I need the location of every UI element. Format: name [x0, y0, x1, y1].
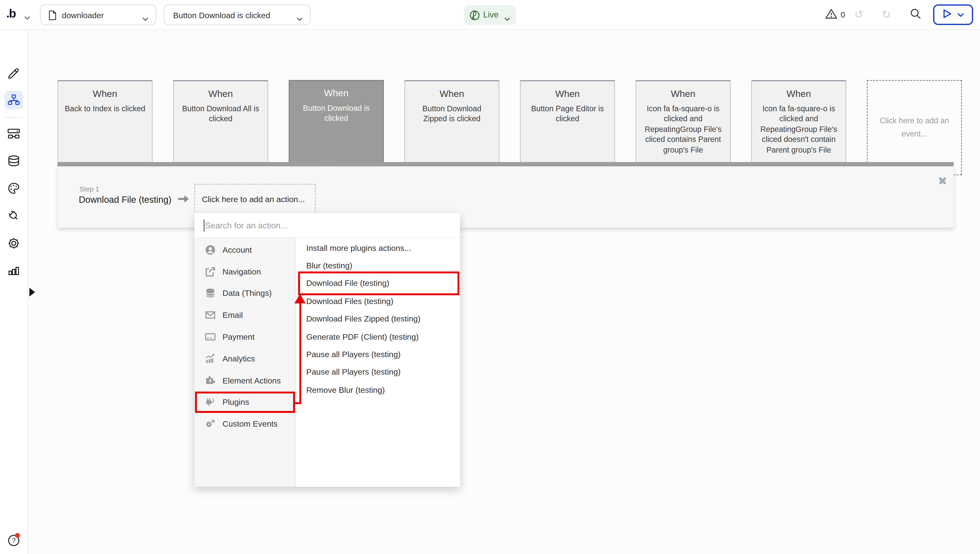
category-label: Account [223, 245, 252, 254]
step-number: Step 1 [80, 185, 99, 192]
category-custom-events[interactable]: Custom Events [194, 413, 295, 435]
issues-indicator[interactable]: 0 [825, 0, 845, 29]
chevron-down-icon [957, 9, 964, 21]
environment-selector[interactable]: Live [464, 5, 516, 25]
category-payment[interactable]: Payment [194, 326, 295, 348]
workflow-icon [7, 98, 21, 109]
add-event-label: Click here to add an event... [867, 114, 961, 141]
event-card[interactable]: When Back to Index is clicked [57, 80, 153, 175]
globe-icon [469, 10, 480, 23]
payment-icon [205, 332, 216, 342]
sidebar-item-styles[interactable] [7, 181, 21, 195]
event-card-title: When [290, 88, 383, 98]
plug-icon [7, 214, 21, 225]
play-icon [942, 8, 951, 21]
chevron-down-icon [142, 13, 149, 24]
event-card-body: Button Download is clicked [290, 103, 383, 124]
arrow-right-icon [177, 194, 191, 206]
warning-icon [825, 8, 838, 22]
event-card-body: Icon fa fa-square-o is clicked and Repea… [752, 104, 845, 155]
workflow-selector[interactable]: Button Download is clicked [164, 4, 310, 25]
event-card[interactable]: When Button Download All is clicked [173, 80, 268, 175]
category-element-actions[interactable]: Element Actions [194, 370, 295, 391]
pencil-icon [7, 71, 21, 82]
category-account[interactable]: Account [194, 239, 295, 261]
event-card-title: When [58, 88, 152, 99]
add-event-button[interactable]: Click here to add an event... [867, 80, 962, 175]
category-analytics[interactable]: Analytics [194, 348, 295, 370]
sidebar-item-data[interactable] [7, 155, 21, 168]
action-pause-all-players[interactable]: Pause all Players (testing) [296, 346, 460, 363]
action-search[interactable] [194, 213, 460, 238]
event-card[interactable]: When Button Page Editor is clicked [520, 80, 615, 175]
category-label: Analytics [223, 354, 255, 363]
palette-icon [7, 187, 21, 197]
action-search-input[interactable] [194, 213, 460, 237]
event-card-title: When [405, 88, 499, 99]
action-pause-all-players-2[interactable]: Pause all Players (testing) [296, 363, 460, 381]
notification-dot [15, 533, 20, 538]
undo-button[interactable]: ↺ [854, 0, 863, 29]
server-icon [7, 132, 21, 142]
issues-count: 0 [841, 10, 845, 19]
sidebar-item-workflow[interactable] [7, 93, 21, 107]
search-icon [910, 8, 921, 22]
preview-button[interactable] [933, 4, 973, 25]
bubble-logo[interactable]: .b [6, 7, 16, 21]
category-label: Payment [223, 332, 255, 342]
sidebar-item-design[interactable] [7, 66, 21, 80]
event-card[interactable]: When Button Download Zipped is clicked [404, 80, 500, 175]
event-card-body: Button Download All is clicked [174, 104, 267, 124]
page-selector[interactable]: downloader [40, 4, 156, 25]
action-remove-blur[interactable]: Remove Blur (testing) [296, 381, 460, 399]
close-icon[interactable] [937, 176, 948, 185]
event-card[interactable]: When Icon fa fa-square-o is clicked and … [636, 80, 731, 175]
sidebar-item-plugins[interactable] [7, 209, 21, 223]
redo-button[interactable]: ↻ [882, 0, 891, 29]
step-action-name[interactable]: Download File (testing) [79, 194, 172, 204]
search-button[interactable] [910, 0, 921, 29]
action-download-files-zipped[interactable]: Download Files Zipped (testing) [296, 310, 460, 327]
category-label: Data (Things) [223, 289, 272, 298]
workflow-canvas: When Back to Index is clicked When Butto… [28, 29, 980, 554]
step-panel: Step 1 Download File (testing) Click her… [57, 162, 954, 228]
category-data-things[interactable]: Data (Things) [194, 283, 295, 304]
workflow-selector-value: Button Download is clicked [173, 11, 270, 20]
annotation-arrow-line [299, 303, 301, 404]
email-icon [205, 310, 216, 321]
action-label: Pause all Players (testing) [306, 350, 401, 359]
category-label: Element Actions [223, 376, 281, 385]
navigation-icon [205, 266, 216, 277]
event-card-title: When [174, 88, 267, 99]
category-label: Email [223, 310, 243, 320]
page-icon [48, 10, 57, 23]
add-action-button[interactable]: Click here to add an action... [194, 184, 315, 215]
sidebar-item-logs[interactable] [7, 263, 21, 277]
event-card-body: Icon fa fa-square-o is clicked and Repea… [636, 104, 730, 155]
event-card-body: Button Page Editor is clicked [520, 104, 614, 124]
event-card-body: Back to Index is clicked [58, 104, 152, 114]
event-card[interactable]: When Icon fa fa-square-o is clicked and … [751, 80, 846, 175]
event-card-title: When [636, 88, 730, 99]
action-install-more-plugins[interactable]: Install more plugins actions... [296, 239, 460, 257]
analytics-icon [205, 353, 216, 364]
category-email[interactable]: Email [194, 304, 295, 326]
category-navigation[interactable]: Navigation [194, 261, 295, 283]
event-card-selected[interactable]: When Button Download is clicked [289, 80, 384, 175]
event-card-body: Button Download Zipped is clicked [405, 104, 499, 124]
svg-text:?: ? [12, 536, 16, 544]
chevron-down-icon[interactable] [24, 12, 30, 23]
action-label: Blur (testing) [306, 261, 352, 270]
event-card-title: When [520, 88, 614, 99]
top-toolbar: .b downloader Button Download is clicked… [0, 0, 980, 30]
sidebar-collapse-handle[interactable] [29, 288, 35, 297]
sidebar-item-settings[interactable] [7, 236, 21, 250]
chevron-down-icon [296, 13, 303, 24]
sidebar-item-frontend[interactable] [7, 127, 21, 141]
action-generate-pdf[interactable]: Generate PDF (Client) (testing) [296, 328, 460, 346]
annotation-arrow-head [294, 294, 306, 303]
annotation-rect-download-file [298, 271, 460, 295]
annotation-arrow-connector [295, 402, 301, 404]
bar-chart-icon [7, 268, 21, 279]
action-label: Download Files Zipped (testing) [306, 314, 421, 324]
